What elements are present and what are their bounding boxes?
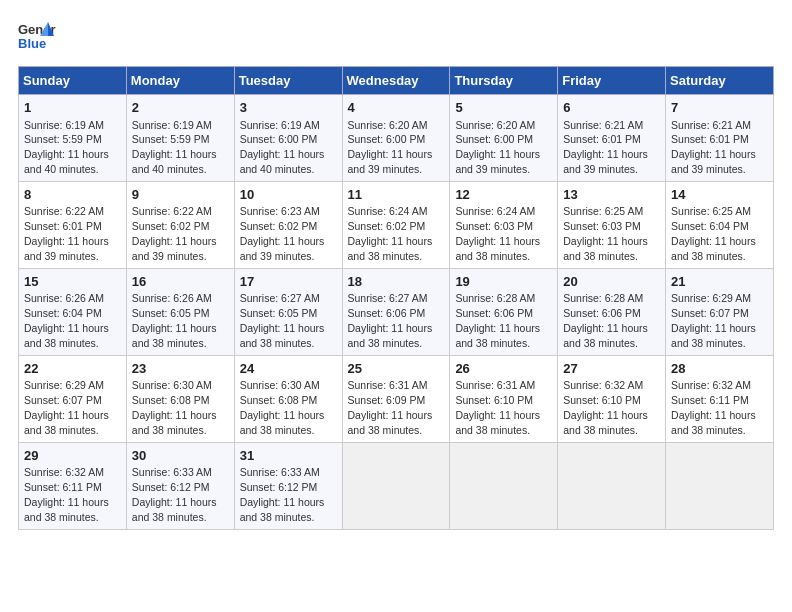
calendar-cell: 8 Sunrise: 6:22 AMSunset: 6:01 PMDayligh… (19, 181, 127, 268)
day-info: Sunrise: 6:22 AMSunset: 6:02 PMDaylight:… (132, 205, 217, 262)
weekday-header-thursday: Thursday (450, 67, 558, 95)
day-info: Sunrise: 6:31 AMSunset: 6:10 PMDaylight:… (455, 379, 540, 436)
calendar-cell: 26 Sunrise: 6:31 AMSunset: 6:10 PMDaylig… (450, 355, 558, 442)
calendar-cell: 15 Sunrise: 6:26 AMSunset: 6:04 PMDaylig… (19, 268, 127, 355)
calendar-cell: 23 Sunrise: 6:30 AMSunset: 6:08 PMDaylig… (126, 355, 234, 442)
day-number: 20 (563, 273, 660, 291)
day-info: Sunrise: 6:31 AMSunset: 6:09 PMDaylight:… (348, 379, 433, 436)
day-number: 10 (240, 186, 337, 204)
day-info: Sunrise: 6:20 AMSunset: 6:00 PMDaylight:… (455, 119, 540, 176)
day-number: 27 (563, 360, 660, 378)
calendar-cell (342, 442, 450, 529)
day-info: Sunrise: 6:22 AMSunset: 6:01 PMDaylight:… (24, 205, 109, 262)
day-number: 6 (563, 99, 660, 117)
calendar-cell: 12 Sunrise: 6:24 AMSunset: 6:03 PMDaylig… (450, 181, 558, 268)
day-info: Sunrise: 6:28 AMSunset: 6:06 PMDaylight:… (455, 292, 540, 349)
day-number: 9 (132, 186, 229, 204)
day-number: 22 (24, 360, 121, 378)
day-number: 15 (24, 273, 121, 291)
calendar-table: SundayMondayTuesdayWednesdayThursdayFrid… (18, 66, 774, 530)
day-number: 16 (132, 273, 229, 291)
day-info: Sunrise: 6:25 AMSunset: 6:03 PMDaylight:… (563, 205, 648, 262)
weekday-header-friday: Friday (558, 67, 666, 95)
day-number: 5 (455, 99, 552, 117)
calendar-cell (450, 442, 558, 529)
calendar-cell: 3 Sunrise: 6:19 AMSunset: 6:00 PMDayligh… (234, 95, 342, 182)
day-number: 1 (24, 99, 121, 117)
calendar-cell: 11 Sunrise: 6:24 AMSunset: 6:02 PMDaylig… (342, 181, 450, 268)
day-number: 4 (348, 99, 445, 117)
calendar-cell: 5 Sunrise: 6:20 AMSunset: 6:00 PMDayligh… (450, 95, 558, 182)
calendar-cell: 24 Sunrise: 6:30 AMSunset: 6:08 PMDaylig… (234, 355, 342, 442)
logo: General Blue (18, 18, 60, 56)
calendar-cell: 14 Sunrise: 6:25 AMSunset: 6:04 PMDaylig… (666, 181, 774, 268)
week-row-1: 1 Sunrise: 6:19 AMSunset: 5:59 PMDayligh… (19, 95, 774, 182)
week-row-3: 15 Sunrise: 6:26 AMSunset: 6:04 PMDaylig… (19, 268, 774, 355)
weekday-header-tuesday: Tuesday (234, 67, 342, 95)
day-info: Sunrise: 6:24 AMSunset: 6:02 PMDaylight:… (348, 205, 433, 262)
calendar-cell: 1 Sunrise: 6:19 AMSunset: 5:59 PMDayligh… (19, 95, 127, 182)
day-info: Sunrise: 6:32 AMSunset: 6:10 PMDaylight:… (563, 379, 648, 436)
calendar-cell: 22 Sunrise: 6:29 AMSunset: 6:07 PMDaylig… (19, 355, 127, 442)
calendar-cell: 16 Sunrise: 6:26 AMSunset: 6:05 PMDaylig… (126, 268, 234, 355)
day-info: Sunrise: 6:19 AMSunset: 5:59 PMDaylight:… (132, 119, 217, 176)
day-number: 26 (455, 360, 552, 378)
day-info: Sunrise: 6:26 AMSunset: 6:05 PMDaylight:… (132, 292, 217, 349)
day-number: 2 (132, 99, 229, 117)
calendar-cell: 13 Sunrise: 6:25 AMSunset: 6:03 PMDaylig… (558, 181, 666, 268)
calendar-cell: 2 Sunrise: 6:19 AMSunset: 5:59 PMDayligh… (126, 95, 234, 182)
day-number: 25 (348, 360, 445, 378)
calendar-cell: 10 Sunrise: 6:23 AMSunset: 6:02 PMDaylig… (234, 181, 342, 268)
day-info: Sunrise: 6:32 AMSunset: 6:11 PMDaylight:… (671, 379, 756, 436)
day-number: 30 (132, 447, 229, 465)
day-info: Sunrise: 6:27 AMSunset: 6:05 PMDaylight:… (240, 292, 325, 349)
day-number: 8 (24, 186, 121, 204)
day-info: Sunrise: 6:19 AMSunset: 5:59 PMDaylight:… (24, 119, 109, 176)
day-info: Sunrise: 6:23 AMSunset: 6:02 PMDaylight:… (240, 205, 325, 262)
day-number: 21 (671, 273, 768, 291)
day-number: 12 (455, 186, 552, 204)
day-number: 11 (348, 186, 445, 204)
calendar-cell: 21 Sunrise: 6:29 AMSunset: 6:07 PMDaylig… (666, 268, 774, 355)
week-row-5: 29 Sunrise: 6:32 AMSunset: 6:11 PMDaylig… (19, 442, 774, 529)
calendar-cell: 25 Sunrise: 6:31 AMSunset: 6:09 PMDaylig… (342, 355, 450, 442)
weekday-header-row: SundayMondayTuesdayWednesdayThursdayFrid… (19, 67, 774, 95)
calendar-cell: 7 Sunrise: 6:21 AMSunset: 6:01 PMDayligh… (666, 95, 774, 182)
day-number: 7 (671, 99, 768, 117)
calendar-cell (666, 442, 774, 529)
day-number: 18 (348, 273, 445, 291)
calendar-cell: 28 Sunrise: 6:32 AMSunset: 6:11 PMDaylig… (666, 355, 774, 442)
day-info: Sunrise: 6:29 AMSunset: 6:07 PMDaylight:… (24, 379, 109, 436)
day-info: Sunrise: 6:21 AMSunset: 6:01 PMDaylight:… (671, 119, 756, 176)
day-info: Sunrise: 6:21 AMSunset: 6:01 PMDaylight:… (563, 119, 648, 176)
calendar-cell: 6 Sunrise: 6:21 AMSunset: 6:01 PMDayligh… (558, 95, 666, 182)
calendar-cell: 30 Sunrise: 6:33 AMSunset: 6:12 PMDaylig… (126, 442, 234, 529)
day-info: Sunrise: 6:29 AMSunset: 6:07 PMDaylight:… (671, 292, 756, 349)
day-number: 17 (240, 273, 337, 291)
day-info: Sunrise: 6:32 AMSunset: 6:11 PMDaylight:… (24, 466, 109, 523)
day-number: 19 (455, 273, 552, 291)
weekday-header-wednesday: Wednesday (342, 67, 450, 95)
svg-text:Blue: Blue (18, 36, 46, 51)
calendar-cell: 9 Sunrise: 6:22 AMSunset: 6:02 PMDayligh… (126, 181, 234, 268)
day-info: Sunrise: 6:25 AMSunset: 6:04 PMDaylight:… (671, 205, 756, 262)
calendar-cell: 18 Sunrise: 6:27 AMSunset: 6:06 PMDaylig… (342, 268, 450, 355)
day-info: Sunrise: 6:30 AMSunset: 6:08 PMDaylight:… (132, 379, 217, 436)
weekday-header-saturday: Saturday (666, 67, 774, 95)
page: General Blue SundayMondayTuesdayWednesda… (0, 0, 792, 612)
day-number: 29 (24, 447, 121, 465)
day-info: Sunrise: 6:24 AMSunset: 6:03 PMDaylight:… (455, 205, 540, 262)
day-number: 23 (132, 360, 229, 378)
week-row-4: 22 Sunrise: 6:29 AMSunset: 6:07 PMDaylig… (19, 355, 774, 442)
weekday-header-sunday: Sunday (19, 67, 127, 95)
calendar-cell: 20 Sunrise: 6:28 AMSunset: 6:06 PMDaylig… (558, 268, 666, 355)
calendar-cell: 19 Sunrise: 6:28 AMSunset: 6:06 PMDaylig… (450, 268, 558, 355)
calendar-cell (558, 442, 666, 529)
day-number: 14 (671, 186, 768, 204)
calendar-cell: 17 Sunrise: 6:27 AMSunset: 6:05 PMDaylig… (234, 268, 342, 355)
day-info: Sunrise: 6:28 AMSunset: 6:06 PMDaylight:… (563, 292, 648, 349)
day-info: Sunrise: 6:20 AMSunset: 6:00 PMDaylight:… (348, 119, 433, 176)
day-info: Sunrise: 6:26 AMSunset: 6:04 PMDaylight:… (24, 292, 109, 349)
day-info: Sunrise: 6:19 AMSunset: 6:00 PMDaylight:… (240, 119, 325, 176)
day-info: Sunrise: 6:33 AMSunset: 6:12 PMDaylight:… (132, 466, 217, 523)
